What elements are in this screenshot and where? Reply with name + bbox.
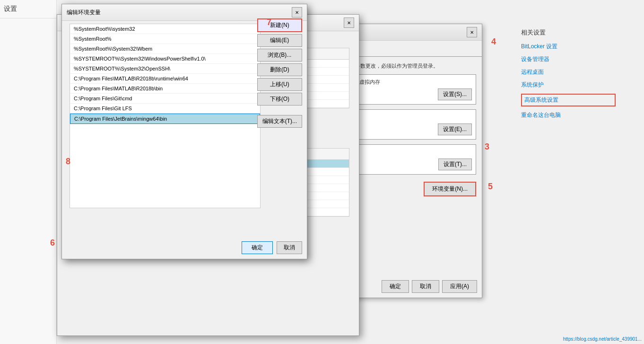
remote-desktop-link[interactable]: 远程桌面 — [521, 68, 616, 76]
edit-path-btn[interactable]: 编辑(E) — [257, 34, 302, 47]
env-vars-btn[interactable]: 环境变量(N)... — [424, 182, 476, 196]
user-profiles-settings-btn[interactable]: 设置(E)... — [438, 123, 472, 135]
perf-settings-btn[interactable]: 设置(S)... — [438, 88, 472, 100]
related-settings-title: 相关设置 — [521, 28, 616, 37]
sys-props-cancel-btn[interactable]: 取消 — [412, 280, 439, 293]
edit-env-action-btns: 新建(N) 编辑(E) 浏览(B)... 删除(D) 上移(U) 下移(O) 编… — [257, 18, 302, 128]
delete-path-btn[interactable]: 删除(D) — [257, 63, 302, 76]
move-up-btn[interactable]: 上移(U) — [257, 78, 302, 91]
path-item[interactable]: C:\Program Files\MATLAB\R2018b\runtime\w… — [70, 74, 260, 84]
edit-env-dialog: 编辑环境变量 ✕ %SystemRoot%\system32%SystemRoo… — [61, 4, 307, 259]
path-item[interactable]: C:\Program Files\Git\cmd — [70, 94, 260, 104]
move-down-btn[interactable]: 下移(O) — [257, 93, 302, 106]
sys-props-apply-btn[interactable]: 应用(A) — [442, 280, 477, 293]
settings-title: 设置 — [0, 0, 56, 18]
path-item[interactable]: %SYSTEMROOT%\System32\WindowsPowerShell\… — [70, 54, 260, 64]
sys-props-close-btn[interactable]: ✕ — [467, 27, 477, 37]
bitlocker-link[interactable]: BitLocker 设置 — [521, 43, 616, 51]
edit-env-cancel-btn[interactable]: 取消 — [277, 241, 302, 254]
edit-env-close-btn[interactable]: ✕ — [292, 7, 302, 18]
startup-settings-btn[interactable]: 设置(T)... — [438, 159, 472, 170]
edit-text-btn[interactable]: 编辑文本(T)... — [257, 115, 302, 128]
path-item[interactable]: C:\Program Files\MATLAB\R2018b\bin — [70, 84, 260, 94]
edit-env-bottom-btns: 确定 取消 — [242, 241, 302, 254]
sys-props-bottom-btns: 确定 取消 应用(A) — [382, 280, 477, 293]
sys-props-ok-btn[interactable]: 确定 — [382, 280, 409, 293]
system-protection-link[interactable]: 系统保护 — [521, 81, 616, 89]
path-item[interactable]: %SystemRoot% — [70, 34, 260, 44]
related-settings-panel: 相关设置 BitLocker 设置 设备管理器 远程桌面 系统保护 高级系统设置… — [521, 28, 616, 124]
path-item[interactable]: C:\Program Files\JetBrains\mingw64\bin — [70, 114, 260, 124]
edit-env-ok-btn[interactable]: 确定 — [242, 241, 273, 254]
path-list[interactable]: %SystemRoot%\system32%SystemRoot%%System… — [70, 24, 261, 208]
browse-path-btn[interactable]: 浏览(B)... — [257, 49, 302, 62]
env-vars-close-btn[interactable]: ✕ — [344, 18, 354, 28]
settings-panel: 设置 — [0, 0, 57, 344]
new-path-btn[interactable]: 新建(N) — [257, 18, 302, 32]
url-bar: https://blog.csdg.net/article_439901... — [563, 336, 642, 342]
device-manager-link[interactable]: 设备管理器 — [521, 55, 616, 63]
path-item[interactable]: %SystemRoot%\System32\Wbem — [70, 44, 260, 54]
path-item[interactable]: %SystemRoot%\system32 — [70, 24, 260, 34]
titlebar-controls: ✕ — [467, 27, 477, 37]
advanced-settings-link[interactable]: 高级系统设置 — [521, 94, 616, 106]
path-item[interactable]: C:\Program Files\Git LFS — [70, 104, 260, 114]
edit-env-title: 编辑环境变量 — [67, 9, 101, 17]
rename-pc-link[interactable]: 重命名这台电脑 — [521, 111, 616, 119]
path-list-wrapper: %SystemRoot%\system32%SystemRoot%%System… — [66, 24, 264, 208]
path-item[interactable]: %SYSTEMROOT%\System32\OpenSSH\ — [70, 64, 260, 74]
